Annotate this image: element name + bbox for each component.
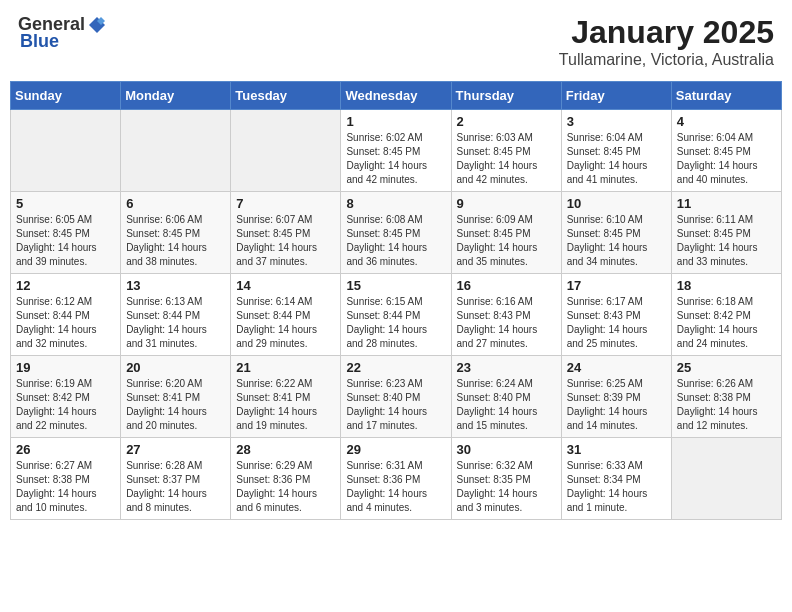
calendar-header-row: SundayMondayTuesdayWednesdayThursdayFrid… <box>11 82 782 110</box>
calendar-day-cell: 13Sunrise: 6:13 AM Sunset: 8:44 PM Dayli… <box>121 274 231 356</box>
day-number: 5 <box>16 196 115 211</box>
calendar-day-cell <box>671 438 781 520</box>
calendar-day-cell: 27Sunrise: 6:28 AM Sunset: 8:37 PM Dayli… <box>121 438 231 520</box>
day-info: Sunrise: 6:05 AM Sunset: 8:45 PM Dayligh… <box>16 213 115 269</box>
day-number: 10 <box>567 196 666 211</box>
day-info: Sunrise: 6:23 AM Sunset: 8:40 PM Dayligh… <box>346 377 445 433</box>
calendar-day-cell <box>11 110 121 192</box>
calendar-day-cell: 9Sunrise: 6:09 AM Sunset: 8:45 PM Daylig… <box>451 192 561 274</box>
calendar-week-row: 1Sunrise: 6:02 AM Sunset: 8:45 PM Daylig… <box>11 110 782 192</box>
calendar-day-cell: 6Sunrise: 6:06 AM Sunset: 8:45 PM Daylig… <box>121 192 231 274</box>
day-number: 18 <box>677 278 776 293</box>
title-block: January 2025 Tullamarine, Victoria, Aust… <box>559 14 774 69</box>
day-info: Sunrise: 6:09 AM Sunset: 8:45 PM Dayligh… <box>457 213 556 269</box>
day-of-week-header: Friday <box>561 82 671 110</box>
day-number: 24 <box>567 360 666 375</box>
day-number: 4 <box>677 114 776 129</box>
day-info: Sunrise: 6:07 AM Sunset: 8:45 PM Dayligh… <box>236 213 335 269</box>
logo: General Blue <box>18 14 107 52</box>
day-number: 22 <box>346 360 445 375</box>
day-number: 8 <box>346 196 445 211</box>
calendar-day-cell: 29Sunrise: 6:31 AM Sunset: 8:36 PM Dayli… <box>341 438 451 520</box>
page-subtitle: Tullamarine, Victoria, Australia <box>559 51 774 69</box>
day-info: Sunrise: 6:04 AM Sunset: 8:45 PM Dayligh… <box>677 131 776 187</box>
day-info: Sunrise: 6:31 AM Sunset: 8:36 PM Dayligh… <box>346 459 445 515</box>
day-info: Sunrise: 6:33 AM Sunset: 8:34 PM Dayligh… <box>567 459 666 515</box>
calendar-week-row: 19Sunrise: 6:19 AM Sunset: 8:42 PM Dayli… <box>11 356 782 438</box>
day-info: Sunrise: 6:11 AM Sunset: 8:45 PM Dayligh… <box>677 213 776 269</box>
day-number: 25 <box>677 360 776 375</box>
calendar-day-cell: 14Sunrise: 6:14 AM Sunset: 8:44 PM Dayli… <box>231 274 341 356</box>
calendar-day-cell: 19Sunrise: 6:19 AM Sunset: 8:42 PM Dayli… <box>11 356 121 438</box>
calendar-day-cell: 15Sunrise: 6:15 AM Sunset: 8:44 PM Dayli… <box>341 274 451 356</box>
day-number: 20 <box>126 360 225 375</box>
calendar-day-cell: 31Sunrise: 6:33 AM Sunset: 8:34 PM Dayli… <box>561 438 671 520</box>
day-info: Sunrise: 6:26 AM Sunset: 8:38 PM Dayligh… <box>677 377 776 433</box>
day-info: Sunrise: 6:08 AM Sunset: 8:45 PM Dayligh… <box>346 213 445 269</box>
logo-blue: Blue <box>20 31 59 52</box>
calendar-day-cell: 2Sunrise: 6:03 AM Sunset: 8:45 PM Daylig… <box>451 110 561 192</box>
day-number: 9 <box>457 196 556 211</box>
calendar-day-cell: 21Sunrise: 6:22 AM Sunset: 8:41 PM Dayli… <box>231 356 341 438</box>
day-number: 2 <box>457 114 556 129</box>
day-info: Sunrise: 6:24 AM Sunset: 8:40 PM Dayligh… <box>457 377 556 433</box>
day-number: 13 <box>126 278 225 293</box>
day-number: 1 <box>346 114 445 129</box>
day-info: Sunrise: 6:32 AM Sunset: 8:35 PM Dayligh… <box>457 459 556 515</box>
day-info: Sunrise: 6:10 AM Sunset: 8:45 PM Dayligh… <box>567 213 666 269</box>
day-info: Sunrise: 6:03 AM Sunset: 8:45 PM Dayligh… <box>457 131 556 187</box>
calendar-day-cell <box>121 110 231 192</box>
calendar-day-cell: 16Sunrise: 6:16 AM Sunset: 8:43 PM Dayli… <box>451 274 561 356</box>
calendar-day-cell: 8Sunrise: 6:08 AM Sunset: 8:45 PM Daylig… <box>341 192 451 274</box>
day-number: 14 <box>236 278 335 293</box>
page-header: General Blue January 2025 Tullamarine, V… <box>10 10 782 73</box>
day-info: Sunrise: 6:04 AM Sunset: 8:45 PM Dayligh… <box>567 131 666 187</box>
calendar-day-cell: 3Sunrise: 6:04 AM Sunset: 8:45 PM Daylig… <box>561 110 671 192</box>
day-of-week-header: Sunday <box>11 82 121 110</box>
day-number: 17 <box>567 278 666 293</box>
day-info: Sunrise: 6:27 AM Sunset: 8:38 PM Dayligh… <box>16 459 115 515</box>
day-number: 30 <box>457 442 556 457</box>
day-of-week-header: Saturday <box>671 82 781 110</box>
calendar-day-cell: 30Sunrise: 6:32 AM Sunset: 8:35 PM Dayli… <box>451 438 561 520</box>
calendar-day-cell: 11Sunrise: 6:11 AM Sunset: 8:45 PM Dayli… <box>671 192 781 274</box>
day-info: Sunrise: 6:02 AM Sunset: 8:45 PM Dayligh… <box>346 131 445 187</box>
calendar-day-cell: 20Sunrise: 6:20 AM Sunset: 8:41 PM Dayli… <box>121 356 231 438</box>
calendar-day-cell: 25Sunrise: 6:26 AM Sunset: 8:38 PM Dayli… <box>671 356 781 438</box>
day-info: Sunrise: 6:17 AM Sunset: 8:43 PM Dayligh… <box>567 295 666 351</box>
calendar-week-row: 26Sunrise: 6:27 AM Sunset: 8:38 PM Dayli… <box>11 438 782 520</box>
day-info: Sunrise: 6:14 AM Sunset: 8:44 PM Dayligh… <box>236 295 335 351</box>
day-number: 3 <box>567 114 666 129</box>
day-info: Sunrise: 6:12 AM Sunset: 8:44 PM Dayligh… <box>16 295 115 351</box>
day-number: 15 <box>346 278 445 293</box>
day-info: Sunrise: 6:15 AM Sunset: 8:44 PM Dayligh… <box>346 295 445 351</box>
day-info: Sunrise: 6:13 AM Sunset: 8:44 PM Dayligh… <box>126 295 225 351</box>
day-number: 23 <box>457 360 556 375</box>
day-number: 16 <box>457 278 556 293</box>
calendar-day-cell: 26Sunrise: 6:27 AM Sunset: 8:38 PM Dayli… <box>11 438 121 520</box>
day-number: 31 <box>567 442 666 457</box>
calendar-day-cell: 4Sunrise: 6:04 AM Sunset: 8:45 PM Daylig… <box>671 110 781 192</box>
day-number: 6 <box>126 196 225 211</box>
calendar-day-cell: 28Sunrise: 6:29 AM Sunset: 8:36 PM Dayli… <box>231 438 341 520</box>
day-info: Sunrise: 6:18 AM Sunset: 8:42 PM Dayligh… <box>677 295 776 351</box>
calendar-day-cell: 18Sunrise: 6:18 AM Sunset: 8:42 PM Dayli… <box>671 274 781 356</box>
day-number: 21 <box>236 360 335 375</box>
calendar-day-cell: 24Sunrise: 6:25 AM Sunset: 8:39 PM Dayli… <box>561 356 671 438</box>
day-info: Sunrise: 6:25 AM Sunset: 8:39 PM Dayligh… <box>567 377 666 433</box>
calendar-day-cell: 10Sunrise: 6:10 AM Sunset: 8:45 PM Dayli… <box>561 192 671 274</box>
day-number: 11 <box>677 196 776 211</box>
day-number: 27 <box>126 442 225 457</box>
calendar-day-cell: 7Sunrise: 6:07 AM Sunset: 8:45 PM Daylig… <box>231 192 341 274</box>
calendar-day-cell: 22Sunrise: 6:23 AM Sunset: 8:40 PM Dayli… <box>341 356 451 438</box>
calendar-table: SundayMondayTuesdayWednesdayThursdayFrid… <box>10 81 782 520</box>
day-number: 19 <box>16 360 115 375</box>
day-number: 12 <box>16 278 115 293</box>
day-number: 26 <box>16 442 115 457</box>
day-info: Sunrise: 6:29 AM Sunset: 8:36 PM Dayligh… <box>236 459 335 515</box>
calendar-week-row: 5Sunrise: 6:05 AM Sunset: 8:45 PM Daylig… <box>11 192 782 274</box>
day-of-week-header: Tuesday <box>231 82 341 110</box>
page-title: January 2025 <box>559 14 774 51</box>
calendar-day-cell: 17Sunrise: 6:17 AM Sunset: 8:43 PM Dayli… <box>561 274 671 356</box>
calendar-day-cell: 23Sunrise: 6:24 AM Sunset: 8:40 PM Dayli… <box>451 356 561 438</box>
